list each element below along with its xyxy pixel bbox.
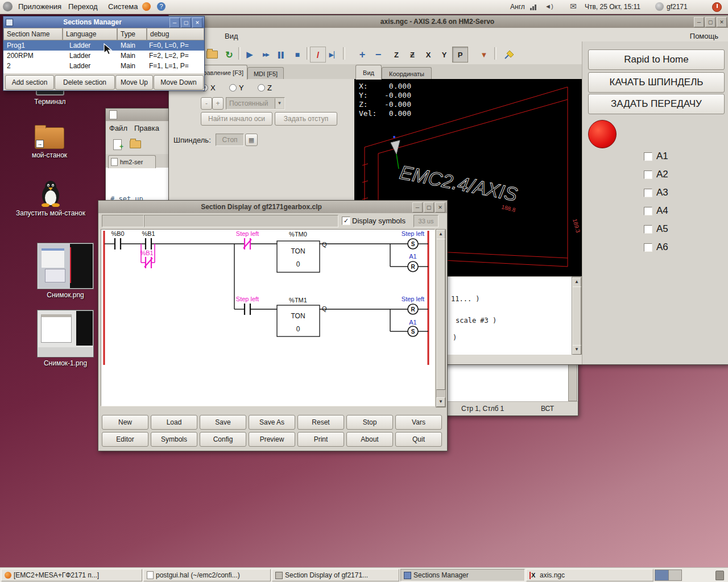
taskbar-item-axis[interactable]: X axis.ngc xyxy=(526,569,653,581)
reset-button[interactable]: Reset xyxy=(297,415,344,430)
stop-icon[interactable]: ■ xyxy=(289,47,305,63)
view-z2-icon[interactable]: Ƶ xyxy=(404,47,420,63)
sections-manager-titlebar[interactable]: Sections Manager ─ ▢ ✕ xyxy=(3,16,204,28)
minimize-icon[interactable]: ─ xyxy=(169,18,180,28)
clock[interactable]: Чтв, 25 Окт, 15:11 xyxy=(585,3,640,11)
checkbox-a3[interactable] xyxy=(644,189,652,197)
gedit-menu-file[interactable]: Файл xyxy=(106,123,131,134)
minimize-icon[interactable]: ─ xyxy=(412,202,423,213)
jog-speed-dropdown[interactable]: Постоянный ▼ xyxy=(226,97,285,110)
axis-menu-help[interactable]: Помощь xyxy=(686,31,722,41)
jog-plus-button[interactable]: + xyxy=(212,97,224,110)
run-from-line-icon[interactable]: ▶▶ xyxy=(258,47,274,63)
power-icon[interactable] xyxy=(712,2,722,12)
desktop-icon-image1[interactable]: Снимок.png xyxy=(31,243,100,299)
new-document-icon[interactable]: + xyxy=(109,136,125,152)
help-icon[interactable]: ? xyxy=(157,2,166,11)
print-button[interactable]: Print xyxy=(297,432,344,447)
close-icon[interactable]: ✕ xyxy=(435,202,445,213)
move-down-button[interactable]: Move Down xyxy=(154,75,204,90)
open-file-icon[interactable] xyxy=(127,136,143,152)
desktop-icon-launcher[interactable]: Запустить мой-станок xyxy=(11,180,90,217)
tab-mdi[interactable]: MDI [F5] xyxy=(247,67,284,80)
gedit-tab[interactable]: hm2-ser xyxy=(108,155,156,168)
desktop-icon-folder[interactable]: → мой-станок xyxy=(15,127,84,159)
axis-titlebar[interactable]: axis.ngc - AXIS 2.4.6 on HM2-Servo ─ ▢ ✕ xyxy=(169,15,728,28)
close-icon[interactable]: ✕ xyxy=(717,17,727,27)
axis-radio-z[interactable]: Z xyxy=(258,84,272,92)
spindle-stop-button[interactable]: Стоп xyxy=(216,134,244,146)
menu-applications[interactable]: Приложения xyxy=(15,1,65,12)
display-symbols-checkbox[interactable]: ✓ xyxy=(342,217,350,225)
maximize-icon[interactable]: ▢ xyxy=(705,17,715,27)
save-as-button[interactable]: Save As xyxy=(249,415,295,430)
scroll-down-icon[interactable]: ▼ xyxy=(572,345,581,355)
menu-system[interactable]: Система xyxy=(105,1,141,12)
taskbar-item-section-display[interactable]: Section Display of gf2171... xyxy=(272,569,399,581)
preview-button[interactable]: Preview xyxy=(249,432,295,447)
set-offset-button[interactable]: Задать отступ xyxy=(275,112,337,126)
about-button[interactable]: About xyxy=(346,432,393,447)
taskbar-item-gedit[interactable]: postgui.hal (~/emc2/confi...) xyxy=(143,569,271,581)
axis-radio-y[interactable]: Y xyxy=(229,84,244,92)
desktop-icon-image2[interactable]: Снимок-1.png xyxy=(31,310,100,367)
checkbox-a5[interactable] xyxy=(644,225,652,234)
vars-button[interactable]: Vars xyxy=(395,415,442,430)
add-section-button[interactable]: Add section xyxy=(5,75,54,90)
column-debug[interactable]: debug xyxy=(147,28,204,40)
maximize-icon[interactable]: ▢ xyxy=(181,18,191,28)
gcode-vscrollbar[interactable]: ▲ ▼ xyxy=(572,277,582,355)
new-button[interactable]: New xyxy=(102,415,148,430)
workspace-2[interactable] xyxy=(669,570,682,580)
gedit-menu-edit[interactable]: Правка xyxy=(131,123,163,134)
zoom-out-icon[interactable]: − xyxy=(370,47,386,63)
distributor-logo-icon[interactable] xyxy=(3,2,13,11)
taskbar-item-firefox[interactable]: [EMC2+MESA+ГФ2171 п...] xyxy=(1,569,142,581)
section-display-titlebar[interactable]: Section Display of gf2171gearbox.clp ─ ▢… xyxy=(98,201,447,213)
minimize-icon[interactable]: ─ xyxy=(694,17,704,27)
view-z-icon[interactable]: Z xyxy=(388,47,404,63)
trash-icon[interactable] xyxy=(715,571,724,580)
column-section-name[interactable]: Section Name xyxy=(3,28,63,40)
firefox-icon[interactable] xyxy=(142,2,151,11)
workspace-switcher[interactable] xyxy=(655,569,682,581)
volume-icon[interactable]: ◄) xyxy=(545,3,553,10)
save-button[interactable]: Save xyxy=(200,415,246,430)
symbols-button[interactable]: Symbols xyxy=(151,432,197,447)
config-button[interactable]: Config xyxy=(200,432,246,447)
ladder-canvas[interactable]: %B0 %B1 %B1 Step left xyxy=(101,229,435,406)
spindle-options-icon[interactable]: ▦ xyxy=(245,134,258,146)
move-up-button[interactable]: Move Up xyxy=(115,75,153,90)
spindle-rock-button[interactable]: КАЧАТЬ ШПИНДЕЛЬ xyxy=(588,72,725,93)
zoom-in-icon[interactable]: + xyxy=(354,47,370,63)
reload-icon[interactable]: ↻ xyxy=(221,47,237,63)
skip-lines-icon[interactable]: / xyxy=(310,47,326,63)
clear-plot-icon[interactable] xyxy=(501,47,517,63)
tab-preview[interactable]: Вид xyxy=(355,65,382,80)
rotate-icon[interactable]: ▼ xyxy=(476,47,492,63)
username[interactable]: gf2171 xyxy=(667,3,688,11)
view-y-icon[interactable]: Y xyxy=(436,47,452,63)
pause-icon[interactable]: ▌▌ xyxy=(274,47,289,63)
scroll-up-icon[interactable]: ▲ xyxy=(436,230,445,239)
set-gear-button[interactable]: ЗАДАТЬ ПЕРЕДАЧУ xyxy=(588,94,725,114)
mail-icon[interactable]: ✉ xyxy=(570,2,577,11)
stop-button[interactable]: Stop xyxy=(346,415,393,430)
maximize-icon[interactable]: ▢ xyxy=(424,202,434,213)
menu-places[interactable]: Переход xyxy=(65,1,101,12)
load-button[interactable]: Load xyxy=(151,415,197,430)
network-icon[interactable] xyxy=(530,5,536,10)
workspace-1[interactable] xyxy=(655,570,669,580)
checkbox-a6[interactable] xyxy=(644,243,652,252)
ladder-vscrollbar[interactable]: ▲ ▼ xyxy=(436,229,446,408)
checkbox-a1[interactable] xyxy=(644,152,652,161)
jog-minus-button[interactable]: - xyxy=(201,97,212,110)
column-language[interactable]: Language xyxy=(63,28,117,40)
checkbox-a2[interactable] xyxy=(644,171,652,179)
home-axis-button[interactable]: Найти начало оси xyxy=(201,112,272,126)
rung-selector[interactable] xyxy=(102,215,144,227)
axis-menu-view[interactable]: Вид xyxy=(221,31,242,41)
delete-section-button[interactable]: Delete section xyxy=(55,75,115,90)
view-perspective-icon[interactable]: P xyxy=(452,47,468,63)
view-x-icon[interactable]: X xyxy=(420,47,436,63)
